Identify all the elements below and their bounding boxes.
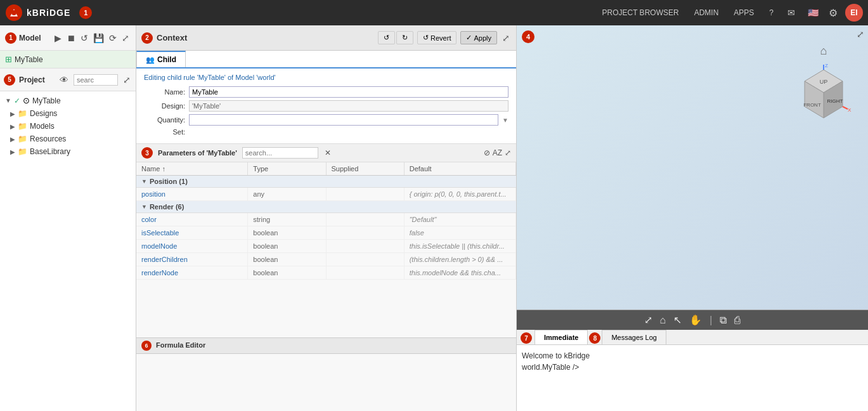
filter-icon[interactable]: ⊘ (484, 148, 490, 157)
row-color[interactable]: color string "Default" (136, 213, 516, 226)
quantity-input[interactable] (189, 114, 498, 126)
maximize-tool[interactable]: ⤢ (642, 313, 655, 327)
project-toolbar: 5 Project 👁 ⤢ (0, 68, 136, 91)
nav-project-browser[interactable]: PROJECT BROWSER (599, 6, 683, 20)
group-render[interactable]: ▼ Render (6) (136, 201, 516, 213)
nav-help[interactable]: ? (765, 6, 777, 20)
eye-icon[interactable]: 👁 (58, 74, 70, 86)
design-input[interactable] (189, 100, 508, 112)
undo-button[interactable]: ↺ (378, 31, 395, 44)
root-icon: ⊙ (23, 96, 30, 105)
node-label-baselibrary: BaseLibrary (30, 147, 70, 156)
undo-model-icon[interactable]: ↺ (79, 32, 89, 44)
expand-resources: ▶ (10, 136, 15, 143)
project-tree: ▼ ✓ ⊙ MyTable ▶ 📁 Designs ▶ 📁 Models ▶ (0, 91, 136, 411)
svg-line-11 (843, 107, 848, 109)
revert-icon: ↺ (423, 34, 429, 42)
td-rendernode-name: renderNode (136, 266, 248, 279)
badge-messages: 8 (589, 332, 600, 344)
th-type[interactable]: Type (248, 162, 326, 175)
context-toolbar: 2 Context ↺ ↻ ↺ Revert ✓ Apply ⤢ (136, 25, 516, 51)
row-modelnode[interactable]: modelNode boolean this.isSelectable || (… (136, 240, 516, 253)
design-label: Design: (144, 102, 185, 110)
group-position[interactable]: ▼ Position (1) (136, 176, 516, 188)
export-tool[interactable]: ⎙ (732, 313, 743, 327)
tree-node-designs[interactable]: ▶ 📁 Designs (0, 107, 136, 120)
expand-viewport-button[interactable]: ⤢ (857, 29, 864, 39)
row-renderchildren[interactable]: renderChildren boolean (this.children.le… (136, 253, 516, 266)
run-icon[interactable]: ▶ (53, 32, 63, 44)
tree-node-resources[interactable]: ▶ 📁 Resources (0, 133, 136, 145)
apply-button[interactable]: ✓ Apply (460, 31, 497, 44)
td-color-default: "Default" (405, 213, 516, 226)
check-icon: ✓ (14, 96, 20, 105)
tree-node-baselibrary[interactable]: ▶ 📁 BaseLibrary (0, 145, 136, 158)
project-search[interactable] (74, 74, 118, 86)
formula-textarea[interactable] (140, 358, 512, 408)
clear-search-icon[interactable]: ✕ (323, 147, 332, 159)
nav-apps[interactable]: APPS (730, 6, 758, 20)
node-label-models: Models (30, 122, 55, 131)
expand-context-button[interactable]: ⤢ (501, 32, 511, 44)
name-input[interactable] (189, 86, 508, 98)
copy-tool[interactable]: ⧉ (717, 313, 729, 327)
td-position-name: position (136, 188, 248, 200)
row-rendernode[interactable]: renderNode boolean this.modelNode && thi… (136, 266, 516, 280)
nav-right: PROJECT BROWSER ADMIN APPS ? ✉ 🇺🇸 ⚙ EI (599, 4, 864, 22)
pan-tool[interactable]: ✋ (687, 313, 704, 327)
mail-icon[interactable]: ✉ (785, 5, 798, 20)
nav-admin[interactable]: ADMIN (690, 6, 723, 20)
tab-messages-log[interactable]: Messages Log (602, 330, 666, 344)
td-renderchildren-name: renderChildren (136, 253, 248, 266)
console-line1: Welcome to kBridge (522, 350, 863, 362)
params-search[interactable] (242, 147, 318, 159)
sort-az-icon[interactable]: AZ (493, 148, 502, 157)
name-row: Name: (144, 86, 508, 98)
td-color-name: color (136, 213, 248, 226)
formula-content[interactable] (136, 354, 516, 411)
row-position[interactable]: position any { origin: p(0, 0, 0, this.p… (136, 188, 516, 201)
settings-icon[interactable]: ⚙ (829, 7, 838, 19)
3d-cube-svg: UP FRONT RIGHT Z X (792, 63, 855, 127)
row-isselectable[interactable]: isSelectable boolean false (136, 226, 516, 240)
svg-point-2 (11, 10, 16, 15)
save-model-icon[interactable]: 💾 (92, 32, 105, 44)
table-icon: ⊞ (5, 55, 12, 64)
td-position-supplied (327, 188, 405, 200)
td-rendernode-default: this.modelNode && this.cha... (405, 266, 516, 279)
context-tabs: 👥 Child (136, 51, 516, 68)
stop-icon[interactable]: ⏹ (65, 32, 77, 44)
main-layout: 1 Model ▶ ⏹ ↺ 💾 ⟳ ⤢ ⊞ MyTable 5 Project … (0, 25, 868, 411)
flag-icon[interactable]: 🇺🇸 (805, 5, 821, 20)
model-toolbar: 1 Model ▶ ⏹ ↺ 💾 ⟳ ⤢ (0, 25, 136, 51)
redo-button[interactable]: ↻ (396, 31, 413, 44)
group-render-label: Render (6) (150, 203, 184, 211)
home-tool[interactable]: ⌂ (657, 313, 669, 327)
scroll-down-btn[interactable]: ▼ (502, 117, 508, 124)
th-supplied[interactable]: Supplied (327, 162, 405, 175)
params-table-wrap: Name ↑ Type Supplied Default ▼ Position … (136, 162, 516, 337)
model-tree-top[interactable]: ⊞ MyTable (0, 51, 136, 68)
expand-params-icon[interactable]: ⤢ (505, 148, 511, 157)
user-avatar[interactable]: EI (845, 4, 863, 22)
expand-model-icon[interactable]: ⤢ (120, 32, 131, 44)
refresh-model-icon[interactable]: ⟳ (108, 32, 118, 44)
th-name[interactable]: Name ↑ (136, 162, 248, 175)
console-area: Welcome to kBridge world.MyTable /> (517, 345, 868, 411)
badge-model: 1 (5, 32, 16, 44)
model-icons: ▶ ⏹ ↺ 💾 ⟳ ⤢ (53, 32, 131, 44)
svg-text:UP: UP (820, 79, 828, 85)
revert-button[interactable]: ↺ Revert (417, 31, 457, 44)
pointer-tool[interactable]: ↖ (671, 313, 684, 327)
td-position-type: any (248, 188, 326, 200)
console-tabs-row: 7 Immediate 8 Messages Log (517, 330, 868, 345)
tree-node-models[interactable]: ▶ 📁 Models (0, 120, 136, 133)
th-default[interactable]: Default (405, 162, 516, 175)
svg-text:RIGHT: RIGHT (827, 98, 843, 104)
logo-area[interactable]: kBRiDGE (5, 4, 70, 22)
tab-child[interactable]: 👥 Child (136, 51, 186, 67)
tree-node-mytable[interactable]: ▼ ✓ ⊙ MyTable (0, 94, 136, 107)
expand-project-icon[interactable]: ⤢ (122, 74, 132, 86)
tab-immediate[interactable]: Immediate (534, 330, 588, 344)
right-bottom: ⤢ ⌂ ↖ ✋ | ⧉ ⎙ 7 Immediate 8 Messages Log… (517, 310, 868, 411)
